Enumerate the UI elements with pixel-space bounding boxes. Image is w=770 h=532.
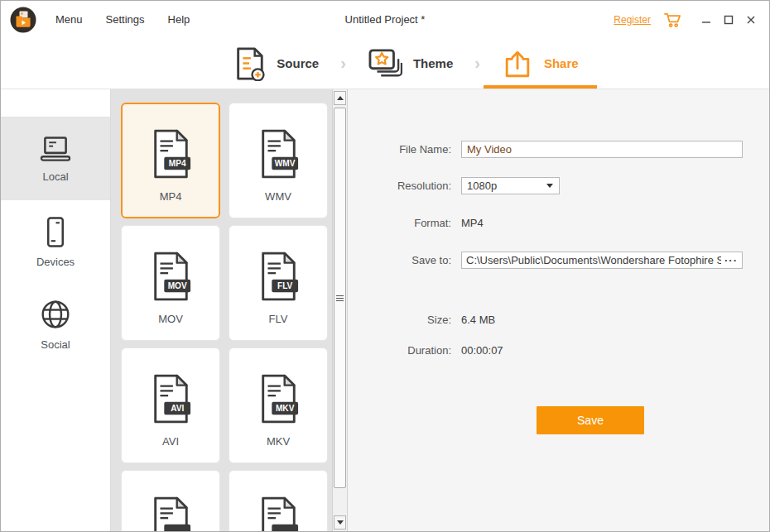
sidebar-item-social[interactable]: Social xyxy=(1,283,110,366)
format-cards-grid: MP4 MP4 WMV WMV xyxy=(111,89,332,531)
step-source-label: Source xyxy=(277,56,319,70)
sidebar-spacer xyxy=(1,89,110,117)
file-type-icon: MP4 xyxy=(149,128,192,180)
file-type-icon: MOV xyxy=(149,251,192,302)
step-share[interactable]: Share xyxy=(484,38,597,89)
minimize-icon[interactable] xyxy=(700,13,713,26)
share-upload-icon xyxy=(502,47,533,80)
file-name-label: File Name: xyxy=(348,143,451,156)
register-link[interactable]: Register xyxy=(614,14,651,26)
size-label: Size: xyxy=(348,314,451,326)
workflow-steps: Source › Theme › Share xyxy=(1,38,769,89)
sidebar-item-local-label: Local xyxy=(42,170,68,183)
format-card-partial[interactable] xyxy=(121,470,220,531)
cart-icon[interactable] xyxy=(663,12,682,28)
destination-sidebar: Local Devices Social xyxy=(1,89,111,531)
sidebar-item-devices[interactable]: Devices xyxy=(1,200,110,283)
file-type-icon xyxy=(149,496,192,531)
size-value: 6.4 MB xyxy=(461,314,495,326)
file-name-input[interactable] xyxy=(461,141,743,158)
step-chevron-icon: › xyxy=(340,54,346,73)
main-content: Local Devices Social xyxy=(1,89,769,531)
format-list-scrollbar[interactable] xyxy=(332,89,348,531)
maximize-icon[interactable] xyxy=(722,13,735,26)
file-type-icon: MKV xyxy=(257,373,300,424)
format-card-label: AVI xyxy=(162,435,179,448)
format-value: MP4 xyxy=(461,217,484,229)
format-card-flv[interactable]: FLV FLV xyxy=(229,225,328,341)
scroll-down-icon[interactable] xyxy=(334,515,346,530)
svg-text:MP4: MP4 xyxy=(169,159,186,168)
menu-bar: Menu Settings Help xyxy=(55,13,190,26)
laptop-icon xyxy=(39,136,72,163)
format-card-label: FLV xyxy=(269,313,288,325)
menu-item-settings[interactable]: Settings xyxy=(106,13,145,26)
titlebar-right: Register xyxy=(614,12,769,28)
format-card-mkv[interactable]: MKV MKV xyxy=(229,347,328,463)
duration-label: Duration: xyxy=(348,344,451,357)
resolution-dropdown[interactable]: 1080p xyxy=(461,177,560,194)
project-title: Untitled Project * xyxy=(345,13,426,26)
file-name-row: File Name: xyxy=(348,141,769,158)
duration-value: 00:00:07 xyxy=(461,344,503,357)
save-to-field[interactable]: C:\Users\Public\Documents\Wondershare Fo… xyxy=(461,252,743,269)
scrollbar-grip-icon xyxy=(336,295,344,301)
format-list-panel: MP4 MP4 WMV WMV xyxy=(111,89,332,531)
title-bar: Menu Settings Help Untitled Project * Re… xyxy=(1,1,769,38)
format-card-mp4[interactable]: MP4 MP4 xyxy=(121,103,220,218)
chevron-down-icon xyxy=(546,184,553,188)
format-card-partial[interactable] xyxy=(229,470,328,531)
format-label: Format: xyxy=(348,217,451,229)
file-type-icon: AVI xyxy=(149,373,192,424)
active-step-underline xyxy=(484,85,597,89)
format-card-label: MOV xyxy=(158,313,183,325)
step-chevron-icon: › xyxy=(474,54,480,73)
svg-text:FLV: FLV xyxy=(277,281,293,290)
close-icon[interactable] xyxy=(744,13,758,26)
duration-row: Duration: 00:00:07 xyxy=(348,342,769,359)
svg-text:MOV: MOV xyxy=(168,281,187,290)
app-window: Menu Settings Help Untitled Project * Re… xyxy=(0,0,770,532)
window-controls xyxy=(700,13,758,26)
format-card-mov[interactable]: MOV MOV xyxy=(121,225,220,341)
svg-text:WMV: WMV xyxy=(275,159,296,168)
save-to-row: Save to: C:\Users\Public\Documents\Wonde… xyxy=(348,252,769,269)
app-logo xyxy=(9,6,37,34)
sidebar-item-local[interactable]: Local xyxy=(1,117,110,200)
scroll-up-icon[interactable] xyxy=(334,91,346,105)
menu-item-menu[interactable]: Menu xyxy=(55,13,83,26)
save-button[interactable]: Save xyxy=(537,406,644,434)
svg-text:AVI: AVI xyxy=(171,404,184,413)
resolution-value: 1080p xyxy=(462,180,546,192)
size-row: Size: 6.4 MB xyxy=(348,311,769,328)
sidebar-item-social-label: Social xyxy=(41,338,70,351)
scrollbar-thumb[interactable] xyxy=(334,108,346,488)
save-to-path: C:\Users\Public\Documents\Wondershare Fo… xyxy=(466,254,721,266)
source-document-add-icon xyxy=(233,46,266,81)
save-to-label: Save to: xyxy=(348,254,451,266)
format-card-wmv[interactable]: WMV WMV xyxy=(229,103,328,218)
format-row: Format: MP4 xyxy=(348,214,769,232)
sidebar-item-devices-label: Devices xyxy=(36,256,75,268)
file-type-icon: FLV xyxy=(257,251,300,302)
theme-cards-icon xyxy=(368,48,402,79)
format-card-label: MKV xyxy=(267,435,290,448)
file-type-icon: WMV xyxy=(257,128,300,180)
globe-icon xyxy=(39,298,72,331)
smartphone-icon xyxy=(44,216,67,248)
export-settings-panel: File Name: Resolution: 1080p Format: MP4… xyxy=(348,89,769,531)
resolution-row: Resolution: 1080p xyxy=(348,177,769,194)
menu-item-help[interactable]: Help xyxy=(168,13,190,26)
step-source[interactable]: Source xyxy=(214,38,337,89)
step-theme[interactable]: Theme xyxy=(349,38,471,89)
step-share-label: Share xyxy=(544,56,579,70)
file-type-icon xyxy=(257,496,300,531)
format-card-label: WMV xyxy=(265,190,291,203)
format-card-avi[interactable]: AVI AVI xyxy=(121,347,220,463)
step-theme-label: Theme xyxy=(413,56,453,70)
browse-ellipsis-icon[interactable]: ··· xyxy=(724,254,738,266)
resolution-label: Resolution: xyxy=(348,180,451,192)
svg-text:MKV: MKV xyxy=(276,404,295,413)
format-card-label: MP4 xyxy=(160,190,182,203)
